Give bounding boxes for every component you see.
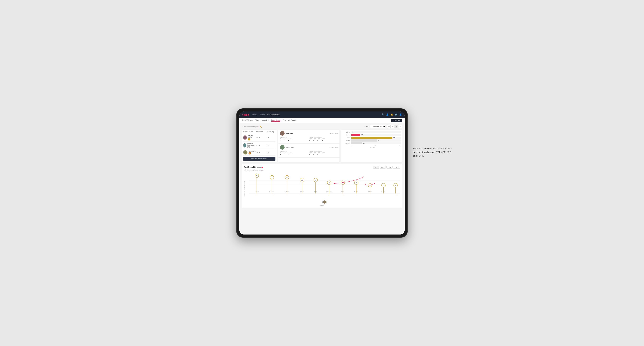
view-icons: ⊞ ☰ ▦ ↓ bbox=[387, 125, 402, 128]
subnav-all-players[interactable]: All Players bbox=[288, 119, 296, 122]
bar-fill-birdies bbox=[351, 134, 360, 136]
bar-value-birdies: 96 bbox=[362, 134, 363, 136]
bar-chart: Eagles 3 Birdies 96 bbox=[342, 131, 401, 144]
nav-home[interactable]: Home bbox=[252, 114, 257, 116]
pb-score-1: 19/20 bbox=[256, 137, 267, 138]
total-rounds-label-2: Total Rounds bbox=[280, 151, 308, 152]
app-value-2: 0 bbox=[314, 154, 316, 155]
arrow-pointer-icon: ◀ bbox=[261, 166, 263, 169]
subnav-tour[interactable]: Tour bbox=[283, 119, 286, 122]
player-info-2: EC Edward Crossman 2 bbox=[243, 142, 256, 148]
table-row: EC Edward Crossman 2 18/20 107 bbox=[243, 142, 276, 149]
view-leaderboard-button[interactable]: View Full Leaderboard bbox=[243, 157, 276, 161]
bar-track-bogeys: 311 bbox=[351, 140, 401, 142]
player-info-3: CM Cameron... 3 bbox=[243, 150, 256, 155]
list-view-icon[interactable]: ☰ bbox=[391, 125, 394, 128]
ott-label-2: OTT bbox=[310, 152, 312, 154]
nav-my-performance[interactable]: My Performance bbox=[267, 114, 280, 116]
subnav-team-clippd[interactable]: Team Clippd bbox=[271, 119, 280, 122]
subnav-pgat[interactable]: PGAT Players bbox=[242, 119, 252, 122]
arg-value-1: 0 bbox=[318, 140, 320, 141]
svg-text:C. Quick: C. Quick bbox=[382, 191, 386, 192]
card-player-name-1: Rees Britt bbox=[286, 133, 294, 134]
leaderboard-panel: PLAYER NAME PB SCORE PB AVG SQ RB Richar… bbox=[242, 130, 277, 162]
annotation-container: Here you can see streaks your players ha… bbox=[413, 147, 453, 158]
chart-view-icon[interactable]: ↓ bbox=[399, 125, 402, 128]
pb-avg-2: 107 bbox=[267, 145, 276, 146]
tournament-value-1: 8 bbox=[280, 140, 286, 141]
bell-icon[interactable]: 🔔 bbox=[390, 113, 393, 116]
svg-text:6x: 6x bbox=[286, 177, 288, 178]
card-header-2: JC Josh Coles 26 Aug 2023 bbox=[280, 145, 338, 150]
edit-icon[interactable]: ✏️ bbox=[260, 126, 262, 128]
card-header-1: RB Rees Britt 02 Sep 2023 bbox=[280, 131, 338, 136]
streaks-header: Best Round Streaks ◀ OTT APP ARG PUTT bbox=[244, 166, 400, 169]
svg-text:D. Ford: D. Ford bbox=[341, 191, 344, 192]
player-name-2: Edward Crossman bbox=[247, 142, 256, 146]
settings-icon[interactable]: ⚙️ bbox=[395, 113, 398, 116]
lb-col-score: PB SCORE bbox=[256, 131, 267, 133]
svg-text:M. Miller: M. Miller bbox=[354, 191, 358, 192]
nav-links: Home Teams My Performance bbox=[252, 114, 280, 116]
leaderboard-header: PLAYER NAME PB SCORE PB AVG SQ bbox=[243, 131, 276, 133]
x-label-400: 400 bbox=[399, 145, 401, 146]
svg-text:4x: 4x bbox=[328, 182, 330, 183]
subnav-hcaps[interactable]: Hcaps 1-5 bbox=[261, 119, 268, 122]
app-logo: clippd bbox=[242, 113, 249, 116]
nav-teams[interactable]: Teams bbox=[260, 114, 264, 116]
grid-view-icon[interactable]: ⊞ bbox=[387, 125, 390, 128]
svg-text:E. Ewert: E. Ewert bbox=[255, 191, 259, 192]
team-title: Team Clippd 14 Players bbox=[242, 126, 258, 128]
ott-button[interactable]: OTT bbox=[373, 166, 379, 169]
sub-nav-links: PGAT Players PGA Hcaps 1-5 Team Clippd T… bbox=[242, 119, 296, 122]
app-value-1: 0 bbox=[314, 140, 316, 141]
svg-text:R. Britt: R. Britt bbox=[314, 191, 317, 192]
practice-value-2: 2 bbox=[288, 154, 292, 155]
app-label-2: APP bbox=[314, 152, 316, 154]
bar-track-eagles: 3 bbox=[351, 131, 401, 133]
search-icon[interactable]: 🔍 bbox=[382, 113, 384, 116]
team-controls: Show Last 3 months ⊞ ☰ ▦ ↓ bbox=[364, 125, 402, 128]
svg-text:E. Crossman: E. Crossman bbox=[326, 191, 332, 192]
avatar: RB bbox=[243, 135, 247, 140]
avatar: RB bbox=[280, 131, 284, 136]
lb-col-player: PLAYER NAME bbox=[243, 131, 256, 133]
period-select[interactable]: Last 3 months bbox=[370, 125, 386, 128]
table-view-icon[interactable]: ▦ bbox=[395, 125, 398, 128]
pb-score-3: 17/20 bbox=[256, 152, 267, 153]
ott-label: OTT bbox=[310, 138, 312, 140]
bar-fill-dbogeys bbox=[351, 142, 362, 144]
card-player-name-2: Josh Coles bbox=[286, 147, 294, 148]
x-label-0: 0 bbox=[351, 145, 352, 146]
putt-label: PUTT bbox=[322, 138, 324, 140]
player-cards-panel: RB Rees Britt 02 Sep 2023 Total Rounds T… bbox=[278, 130, 340, 162]
svg-text:6x: 6x bbox=[271, 177, 272, 178]
svg-text:3x: 3x bbox=[395, 185, 396, 186]
three-col-layout: PLAYER NAME PB SCORE PB AVG SQ RB Richar… bbox=[242, 130, 402, 162]
subnav-pga[interactable]: PGA bbox=[255, 119, 258, 122]
ott-value-2: 0 bbox=[310, 154, 312, 155]
user-icon[interactable]: 👤 bbox=[386, 113, 389, 116]
main-content: Team Clippd 14 Players ✏️ Show Last 3 mo… bbox=[240, 123, 404, 234]
tournament-label-2: Tournament bbox=[280, 152, 286, 154]
practice-label-2: Practice bbox=[288, 152, 292, 154]
bar-value-pars: 499 bbox=[393, 137, 396, 138]
device-screen: clippd Home Teams My Performance 🔍 👤 🔔 ⚙… bbox=[240, 112, 404, 234]
bar-value-dbogeys: 131 bbox=[363, 142, 365, 144]
bar-row-bogeys: Bogeys 311 bbox=[342, 140, 401, 142]
arg-button[interactable]: ARG bbox=[386, 166, 392, 169]
app-button[interactable]: APP bbox=[380, 166, 386, 169]
bar-row-birdies: Birdies 96 bbox=[342, 134, 401, 136]
svg-text:5x: 5x bbox=[301, 179, 303, 181]
practice-activities-label-2: Total Practice Activities bbox=[310, 151, 338, 152]
bar-value-bogeys: 311 bbox=[378, 140, 380, 141]
putt-value-1: 0 bbox=[322, 140, 324, 141]
team-header: Team Clippd 14 Players ✏️ Show Last 3 mo… bbox=[242, 125, 402, 128]
pb-avg-1: 110 bbox=[267, 137, 276, 138]
bar-track-dbogeys: 131 bbox=[351, 142, 401, 144]
app-label: APP bbox=[314, 138, 316, 140]
add-team-button[interactable]: Add Team bbox=[391, 119, 402, 122]
arg-label: ARG bbox=[318, 138, 320, 140]
putt-button[interactable]: PUTT bbox=[393, 166, 400, 169]
avatar-icon[interactable]: 👤 bbox=[399, 113, 402, 116]
